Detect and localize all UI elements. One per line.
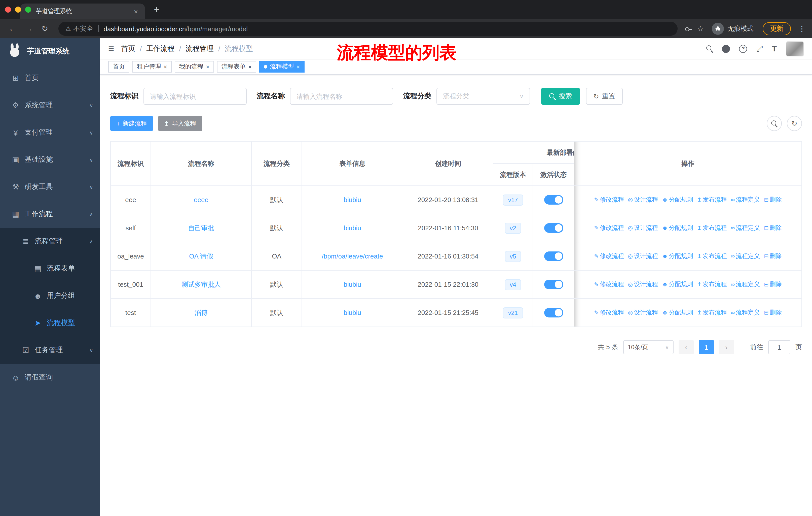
close-window-button[interactable] xyxy=(5,6,11,12)
minimize-window-button[interactable] xyxy=(15,6,21,12)
process-name-link[interactable]: 自己审批 xyxy=(188,224,214,232)
action-definition[interactable]: ∞流程定义 xyxy=(731,224,760,231)
bookmark-star-icon[interactable]: ☆ xyxy=(697,24,704,33)
process-name-link[interactable]: eeee xyxy=(194,196,208,203)
action-definition[interactable]: ∞流程定义 xyxy=(731,196,760,203)
sidebar-item-system[interactable]: ⚙系统管理∨ xyxy=(0,92,100,119)
version-badge[interactable]: v4 xyxy=(505,279,521,290)
action-assign-rule[interactable]: ☻分配规则 xyxy=(662,224,693,231)
action-definition[interactable]: ∞流程定义 xyxy=(731,309,760,316)
version-badge[interactable]: v5 xyxy=(505,251,521,262)
zoom-window-button[interactable] xyxy=(25,6,31,12)
action-design[interactable]: ◎设计流程 xyxy=(628,281,658,288)
action-publish[interactable]: ↥发布流程 xyxy=(697,281,727,288)
version-badge[interactable]: v2 xyxy=(505,222,521,234)
browser-tab[interactable]: 芋道管理系统 × xyxy=(20,3,145,19)
breadcrumb-item[interactable]: 流程管理 xyxy=(185,44,214,53)
tag-process-form[interactable]: 流程表单× xyxy=(217,61,256,73)
fullscreen-icon[interactable]: ⤢ xyxy=(756,44,763,53)
action-design[interactable]: ◎设计流程 xyxy=(628,309,658,316)
breadcrumb-item[interactable]: 工作流程 xyxy=(146,44,174,53)
sidebar-item-process-form[interactable]: ▤流程表单 xyxy=(0,255,100,282)
action-assign-rule[interactable]: ☻分配规则 xyxy=(662,309,693,316)
breadcrumb-item[interactable]: 首页 xyxy=(121,44,135,53)
refresh-table-button[interactable]: ↻ xyxy=(787,116,802,131)
active-toggle[interactable] xyxy=(544,251,563,261)
form-info-link[interactable]: biubiu xyxy=(344,281,361,288)
action-edit[interactable]: ✎修改流程 xyxy=(594,281,624,288)
action-delete[interactable]: ⊟删除 xyxy=(764,281,782,288)
sidebar-item-process-model[interactable]: ➤流程模型 xyxy=(0,309,100,336)
sidebar-item-leave-query[interactable]: ☺请假查询 xyxy=(0,364,100,391)
version-badge[interactable]: v21 xyxy=(503,307,523,318)
active-toggle[interactable] xyxy=(544,280,563,289)
action-assign-rule[interactable]: ☻分配规则 xyxy=(662,196,693,203)
action-assign-rule[interactable]: ☻分配规则 xyxy=(662,252,693,260)
action-design[interactable]: ◎设计流程 xyxy=(628,252,658,260)
action-publish[interactable]: ↥发布流程 xyxy=(697,224,727,231)
process-name-link[interactable]: OA 请假 xyxy=(189,252,213,260)
tag-my-process[interactable]: 我的流程× xyxy=(175,61,214,73)
reset-button[interactable]: ↻重置 xyxy=(586,88,623,105)
font-size-icon[interactable]: T xyxy=(772,44,777,53)
sidebar-item-process-manage[interactable]: ≣流程管理∧ xyxy=(0,228,100,255)
action-edit[interactable]: ✎修改流程 xyxy=(594,252,624,260)
active-toggle[interactable] xyxy=(544,223,563,233)
tab-close-icon[interactable]: × xyxy=(132,7,140,16)
sidebar-item-task-manage[interactable]: ☑任务管理∨ xyxy=(0,336,100,364)
menu-fold-icon[interactable]: ≡ xyxy=(108,43,114,54)
incognito-profile-chip[interactable]: 无痕模式 xyxy=(712,23,754,35)
tag-home[interactable]: 首页 xyxy=(108,61,129,73)
page-size-select[interactable]: 10条/页 ∨ xyxy=(623,340,673,354)
tag-tenant-manage[interactable]: 租户管理× xyxy=(133,61,172,73)
new-tab-button[interactable]: + xyxy=(150,3,163,16)
filter-key-input[interactable] xyxy=(143,88,247,105)
import-process-button[interactable]: ↥导入流程 xyxy=(158,116,202,131)
process-name-link[interactable]: 滔博 xyxy=(195,309,208,316)
action-edit[interactable]: ✎修改流程 xyxy=(594,309,624,316)
search-icon[interactable] xyxy=(706,45,713,52)
sidebar-item-user-group[interactable]: ☻用户分组 xyxy=(0,282,100,309)
url-bar[interactable]: ⚠ 不安全 dashboard.yudao.iocoder.cn/bpm/man… xyxy=(58,22,677,36)
process-name-link[interactable]: 测试多审批人 xyxy=(181,280,221,288)
action-delete[interactable]: ⊟删除 xyxy=(764,224,782,231)
reload-button[interactable]: ↻ xyxy=(38,22,51,35)
filter-category-select[interactable]: 流程分类 ∨ xyxy=(436,88,530,105)
search-button[interactable]: 搜索 xyxy=(541,88,580,105)
sidebar-item-infrastructure[interactable]: ▣基础设施∨ xyxy=(0,146,100,173)
action-delete[interactable]: ⊟删除 xyxy=(764,252,782,260)
sidebar-item-payment[interactable]: ¥支付管理∨ xyxy=(0,119,100,146)
active-toggle[interactable] xyxy=(544,195,563,205)
tag-close-icon[interactable]: × xyxy=(206,64,209,70)
version-badge[interactable]: v17 xyxy=(503,194,523,205)
tag-process-model[interactable]: 流程模型× xyxy=(259,61,304,73)
action-edit[interactable]: ✎修改流程 xyxy=(594,196,624,203)
action-delete[interactable]: ⊟删除 xyxy=(764,309,782,316)
toggle-search-button[interactable] xyxy=(767,116,782,131)
prev-page-button[interactable]: ‹ xyxy=(678,340,694,354)
action-delete[interactable]: ⊟删除 xyxy=(764,196,782,203)
tag-close-icon[interactable]: × xyxy=(164,64,167,70)
help-icon[interactable]: ? xyxy=(739,45,747,53)
update-chip[interactable]: 更新 xyxy=(763,22,791,35)
action-design[interactable]: ◎设计流程 xyxy=(628,196,658,203)
user-avatar[interactable] xyxy=(786,41,804,56)
action-design[interactable]: ◎设计流程 xyxy=(628,224,658,231)
form-info-link[interactable]: biubiu xyxy=(344,196,361,203)
back-button[interactable]: ← xyxy=(6,22,19,35)
action-definition[interactable]: ∞流程定义 xyxy=(731,252,760,260)
form-info-link[interactable]: biubiu xyxy=(344,224,361,232)
active-toggle[interactable] xyxy=(544,308,563,318)
page-1-button[interactable]: 1 xyxy=(699,340,714,354)
browser-menu-icon[interactable]: ⋮ xyxy=(798,24,806,33)
next-page-button[interactable]: › xyxy=(719,340,734,354)
filter-name-input[interactable] xyxy=(290,88,393,105)
sidebar-item-home[interactable]: ⊞首页 xyxy=(0,64,100,92)
password-key-icon[interactable] xyxy=(685,25,692,32)
action-edit[interactable]: ✎修改流程 xyxy=(594,224,624,231)
action-definition[interactable]: ∞流程定义 xyxy=(731,281,760,288)
form-info-link[interactable]: /bpm/oa/leave/create xyxy=(322,252,383,260)
action-publish[interactable]: ↥发布流程 xyxy=(697,252,727,260)
forward-button[interactable]: → xyxy=(22,22,35,35)
sidebar-item-dev-tools[interactable]: ⚒研发工具∨ xyxy=(0,173,100,200)
